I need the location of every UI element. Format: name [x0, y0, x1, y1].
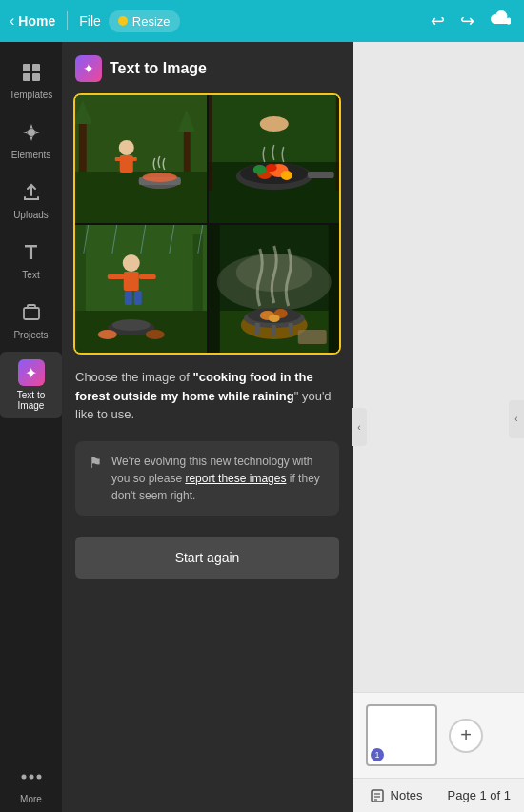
page-number-badge: 1: [371, 748, 384, 761]
svg-point-35: [252, 165, 266, 174]
svg-rect-43: [193, 234, 203, 311]
start-again-button[interactable]: Start again: [75, 537, 339, 579]
back-icon: ‹: [10, 12, 14, 30]
cloud-button[interactable]: [486, 7, 514, 36]
svg-rect-49: [134, 291, 142, 305]
svg-rect-72: [271, 325, 275, 336]
canvas-main: [353, 42, 524, 692]
page-info: Page 1 of 1: [448, 788, 512, 802]
svg-rect-74: [297, 330, 326, 344]
sidebar-item-templates[interactable]: Templates: [0, 51, 62, 108]
back-button[interactable]: ‹ Home: [10, 12, 55, 30]
notice-box: ⚑ We're evolving this new technology wit…: [75, 441, 339, 516]
more-label: More: [20, 794, 42, 804]
svg-point-25: [143, 173, 177, 182]
projects-label: Projects: [13, 330, 48, 340]
canvas-area: ‹ ‹ 1 + Notes Page 1 of 1: [353, 42, 524, 812]
choose-prefix: Choose the image of: [75, 370, 193, 384]
sidebar-item-elements[interactable]: Elements: [0, 112, 62, 168]
svg-rect-62: [328, 225, 339, 353]
svg-point-70: [268, 315, 279, 322]
image-option-3[interactable]: [75, 225, 207, 353]
svg-rect-2: [23, 73, 30, 81]
svg-point-36: [280, 171, 292, 180]
svg-point-11: [29, 775, 33, 780]
main-layout: Templates Elements Upload: [0, 42, 524, 812]
svg-point-53: [146, 330, 165, 339]
sidebar-item-uploads[interactable]: Uploads: [0, 172, 62, 228]
svg-rect-3: [32, 73, 40, 81]
svg-rect-48: [125, 291, 132, 305]
image-grid-container: [73, 93, 341, 355]
image-option-1[interactable]: [75, 95, 207, 223]
text-icon: T: [18, 239, 45, 266]
svg-point-19: [119, 140, 134, 155]
svg-rect-1: [32, 64, 40, 71]
elements-label: Elements: [11, 150, 51, 160]
svg-rect-61: [209, 225, 220, 353]
panel-header: ✦ Text to Image: [62, 42, 353, 93]
uploads-label: Uploads: [13, 210, 49, 220]
svg-rect-71: [254, 323, 259, 335]
svg-point-39: [259, 116, 288, 132]
page-thumbnail[interactable]: 1: [366, 704, 437, 766]
panel-header-title: Text to Image: [110, 60, 207, 77]
canvas-bottom-bar: 1 +: [353, 692, 524, 778]
text-label: Text: [22, 270, 39, 280]
projects-icon: [18, 299, 45, 326]
svg-point-37: [265, 164, 276, 172]
resize-dot: [118, 16, 128, 26]
svg-point-10: [21, 775, 26, 780]
svg-rect-73: [288, 323, 292, 335]
choose-text: Choose the image of "cooking food in the…: [62, 355, 353, 434]
templates-icon: [18, 59, 45, 86]
resize-button[interactable]: Resize: [109, 10, 180, 32]
top-bar: ‹ Home File Resize ↩ ↪: [0, 0, 524, 42]
templates-label: Templates: [10, 90, 53, 100]
svg-rect-47: [139, 274, 156, 279]
svg-rect-45: [124, 272, 139, 291]
sidebar-item-more[interactable]: More: [0, 756, 62, 812]
resize-label: Resize: [132, 14, 171, 29]
file-button[interactable]: File: [79, 13, 101, 29]
svg-point-12: [36, 775, 41, 780]
svg-rect-38: [307, 172, 333, 178]
svg-rect-46: [108, 274, 125, 279]
svg-point-52: [98, 330, 117, 339]
panel-collapse-handle[interactable]: ‹: [352, 408, 367, 446]
svg-rect-9: [24, 308, 39, 319]
home-label[interactable]: Home: [18, 13, 55, 29]
elements-icon: [18, 119, 45, 146]
svg-point-4: [28, 129, 35, 136]
text-to-image-icon: ✦: [18, 359, 45, 386]
svg-point-51: [112, 319, 151, 331]
undo-button[interactable]: ↩: [427, 7, 449, 35]
notes-bar: Notes Page 1 of 1: [353, 778, 524, 812]
svg-rect-22: [130, 157, 137, 161]
report-images-link[interactable]: report these images: [185, 472, 286, 485]
redo-button[interactable]: ↪: [456, 7, 478, 35]
image-grid: [75, 95, 339, 353]
svg-rect-29: [209, 95, 212, 191]
divider: [67, 11, 68, 30]
svg-rect-0: [23, 64, 30, 71]
flag-icon: ⚑: [89, 454, 102, 472]
sidebar-item-text-to-image[interactable]: ✦ Text to Image: [0, 352, 62, 418]
uploads-icon: [18, 179, 45, 206]
canvas-right-handle[interactable]: ‹: [509, 400, 524, 438]
image-option-4[interactable]: [209, 225, 340, 353]
sidebar: Templates Elements Upload: [0, 42, 62, 812]
add-page-button[interactable]: +: [449, 719, 483, 753]
sidebar-item-text[interactable]: T Text: [0, 232, 62, 288]
svg-point-44: [123, 254, 140, 272]
more-icon: [18, 763, 45, 790]
sidebar-item-projects[interactable]: Projects: [0, 292, 62, 348]
notice-text: We're evolving this new technology with …: [111, 453, 326, 504]
svg-rect-42: [75, 225, 86, 311]
image-option-2[interactable]: [209, 95, 340, 223]
notes-label[interactable]: Notes: [391, 788, 423, 802]
svg-rect-30: [335, 95, 339, 191]
notes-icon: [370, 788, 385, 803]
panel: ✦ Text to Image: [62, 42, 353, 812]
svg-rect-21: [115, 157, 123, 161]
